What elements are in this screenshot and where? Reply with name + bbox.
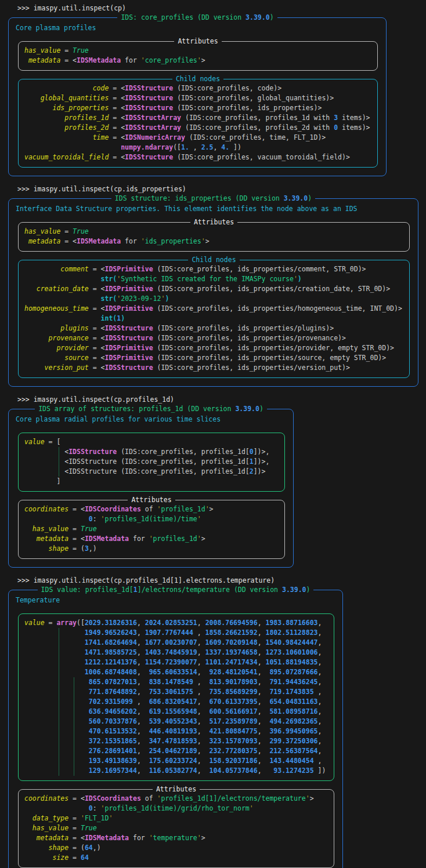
output-line: 470.61513532, 446.40819193, 421.80884775… bbox=[24, 727, 328, 736]
box-title: Child nodes bbox=[19, 255, 409, 265]
output-line: 560.70337876, 539.40552343, 517.23589789… bbox=[24, 717, 328, 727]
output-line: 0: 'profiles_1d(itime)/grid/rho_tor_norm… bbox=[24, 804, 328, 813]
panel-ids-core-profiles: IDS: core_profiles (DD version 3.39.0)Co… bbox=[8, 17, 387, 176]
output-line: time = <IDSNumericArray (IDS:core_profil… bbox=[24, 133, 371, 143]
output-line: coordinates = <IDSCoordinates of 'profil… bbox=[24, 504, 279, 514]
repl-prompt: >>> imaspy.util.inspect(cp) bbox=[17, 3, 426, 13]
panel-title: IDS: core_profiles (DD version 3.39.0) bbox=[9, 13, 386, 23]
output-line: plugins = <IDSStructure (IDS:core_profil… bbox=[24, 324, 403, 333]
box-title: Attributes bbox=[19, 37, 377, 46]
output-line: 193.49138639, 175.60233724, 158.92037186… bbox=[24, 756, 328, 766]
output-line: str('Synthetic IDS created for the IMASP… bbox=[24, 274, 403, 284]
indent-guide bbox=[59, 447, 59, 477]
output-line: str('2023-09-12') bbox=[24, 294, 403, 304]
output-line: value = [ bbox=[24, 437, 279, 447]
box-title: Attributes bbox=[19, 217, 409, 227]
output-line: has_value = True bbox=[24, 823, 328, 833]
output-line: vacuum_toroidal_field = <IDSStructure (I… bbox=[24, 152, 371, 162]
output-line: ids_properties = <IDSStructure (IDS:core… bbox=[24, 103, 371, 113]
output-line: metadata = <IDSMetadata for 'temperature… bbox=[24, 833, 328, 843]
output-line: int(1) bbox=[24, 314, 403, 324]
output-line: 372.15351865, 347.47818593, 323.15787093… bbox=[24, 736, 328, 746]
attributes-box: Attributeshas_value = True metadata = <I… bbox=[18, 41, 378, 71]
output-line: 1949.96526243, 1907.7767444 , 1858.26621… bbox=[24, 628, 328, 638]
output-line: 771.87648892, 753.3061575 , 735.85689299… bbox=[24, 687, 328, 697]
box-title: Attributes bbox=[19, 495, 284, 505]
output-line: has_value = True bbox=[24, 524, 279, 534]
box-title: Child nodes bbox=[19, 74, 377, 84]
terminal-output[interactable]: >>> imaspy.util.inspect(cp)IDS: core_pro… bbox=[8, 3, 426, 868]
output-line: comment = <IDSPrimitive (IDS:core_profil… bbox=[24, 264, 403, 274]
output-line: shape = (64,) bbox=[24, 843, 328, 853]
indent-guide bbox=[74, 677, 74, 776]
output-line: 0: 'profiles_1d(itime)/time' bbox=[24, 514, 279, 524]
output-line: has_value = True bbox=[24, 46, 371, 56]
output-line: 1212.12141376, 1154.72390077, 1101.24717… bbox=[24, 658, 328, 667]
output-line: has_value = True bbox=[24, 227, 403, 237]
output-line: global_quantities = <IDSStructure (IDS:c… bbox=[24, 93, 371, 103]
repl-prompt: >>> imaspy.util.inspect(cp.profiles_1d[1… bbox=[17, 576, 426, 586]
output-line: ] bbox=[24, 477, 279, 486]
panel-description: Temperature bbox=[16, 595, 342, 605]
panel-ids-structure-ids-properties: IDS structure: ids_properties (DD versio… bbox=[8, 198, 418, 387]
panel-description: Core plasma radial profiles for various … bbox=[16, 415, 293, 424]
output-line: 1006.68748408, 965.60633514, 928.4812054… bbox=[24, 667, 328, 677]
output-line: <IDSStructure (IDS:core_profiles, profil… bbox=[24, 467, 279, 477]
panel-ids-value-temperature: IDS value: profiles_1d[1]/electrons/temp… bbox=[8, 590, 343, 868]
panel-title: IDS value: profiles_1d[1]/electrons/temp… bbox=[9, 585, 342, 595]
output-line: metadata = <IDSMetadata for 'profiles_1d… bbox=[24, 534, 279, 544]
repl-prompt: >>> imaspy.util.inspect(cp.profiles_1d) bbox=[17, 395, 426, 405]
panel-title: IDS array of structures: profiles_1d (DD… bbox=[9, 404, 293, 414]
output-line: provider = <IDSPrimitive (IDS:core_profi… bbox=[24, 343, 403, 353]
output-line: version_put = <IDSStructure (IDS:core_pr… bbox=[24, 363, 403, 373]
value-box: value = [ <IDSStructure (IDS:core_profil… bbox=[18, 433, 285, 492]
output-line: profiles_2d = <IDSStructArray (IDS:core_… bbox=[24, 123, 371, 133]
output-line: 129.16957344, 116.05382774, 104.05737846… bbox=[24, 766, 328, 776]
output-line: size = 64 bbox=[24, 853, 328, 863]
output-line: profiles_1d = <IDSStructArray (IDS:core_… bbox=[24, 113, 371, 123]
child-nodes-box: Child nodes comment = <IDSPrimitive (IDS… bbox=[18, 260, 410, 378]
attributes-box: Attributescoordinates = <IDSCoordinates … bbox=[18, 789, 334, 868]
repl-prompt: >>> imaspy.util.inspect(cp.ids_propertie… bbox=[17, 184, 426, 194]
output-line: source = <IDSPrimitive (IDS:core_profile… bbox=[24, 353, 403, 363]
panel-ids-array-profiles-1d: IDS array of structures: profiles_1d (DD… bbox=[8, 409, 294, 568]
attributes-box: Attributescoordinates = <IDSCoordinates … bbox=[18, 500, 285, 559]
output-line: 1471.98585725, 1403.74845919, 1337.19374… bbox=[24, 648, 328, 658]
output-line: 636.94656202, 619.15565948, 600.56166917… bbox=[24, 707, 328, 717]
panel-description: Core plasma profiles bbox=[16, 23, 386, 33]
panel-title: IDS structure: ids_properties (DD versio… bbox=[9, 194, 418, 204]
output-line: data_type = 'FLT_1D' bbox=[24, 813, 328, 823]
output-line: 276.28691401, 254.04627189, 232.77280375… bbox=[24, 746, 328, 756]
output-line: creation_date = <IDSPrimitive (IDS:core_… bbox=[24, 284, 403, 294]
value-box: value = array([2029.31826316, 2024.02853… bbox=[18, 613, 334, 781]
indent-guide bbox=[59, 628, 59, 776]
output-line: <IDSStructure (IDS:core_profiles, profil… bbox=[24, 447, 279, 457]
attributes-box: Attributeshas_value = True metadata = <I… bbox=[18, 222, 410, 252]
child-nodes-box: Child nodes code = <IDSStructure (IDS:co… bbox=[18, 79, 378, 168]
output-line: homogeneous_time = <IDSPrimitive (IDS:co… bbox=[24, 304, 403, 314]
output-line: coordinates = <IDSCoordinates of 'profil… bbox=[24, 794, 328, 804]
output-line: code = <IDSStructure (IDS:core_profiles,… bbox=[24, 83, 371, 93]
output-line: metadata = <IDSMetadata for 'ids_propert… bbox=[24, 237, 403, 246]
output-line: numpy.ndarray([1. , 2.5, 4. ]) bbox=[24, 143, 371, 152]
output-line: metadata = <IDSMetadata for 'core_profil… bbox=[24, 56, 371, 66]
output-line: shape = (3,) bbox=[24, 544, 279, 554]
output-line: value = array([2029.31826316, 2024.02853… bbox=[24, 618, 328, 628]
output-line: 1741.68264694, 1677.00230707, 1609.70209… bbox=[24, 638, 328, 648]
panel-description: Interface Data Structure properties. Thi… bbox=[16, 204, 418, 214]
output-line: provenance = <IDSStructure (IDS:core_pro… bbox=[24, 333, 403, 343]
output-line: 865.07827013, 838.1478549 , 813.90178903… bbox=[24, 677, 328, 687]
output-line: 702.9315099 , 686.83205417, 670.61337395… bbox=[24, 697, 328, 707]
box-title: Attributes bbox=[19, 785, 334, 794]
output-line: <IDSStructure (IDS:core_profiles, profil… bbox=[24, 457, 279, 467]
